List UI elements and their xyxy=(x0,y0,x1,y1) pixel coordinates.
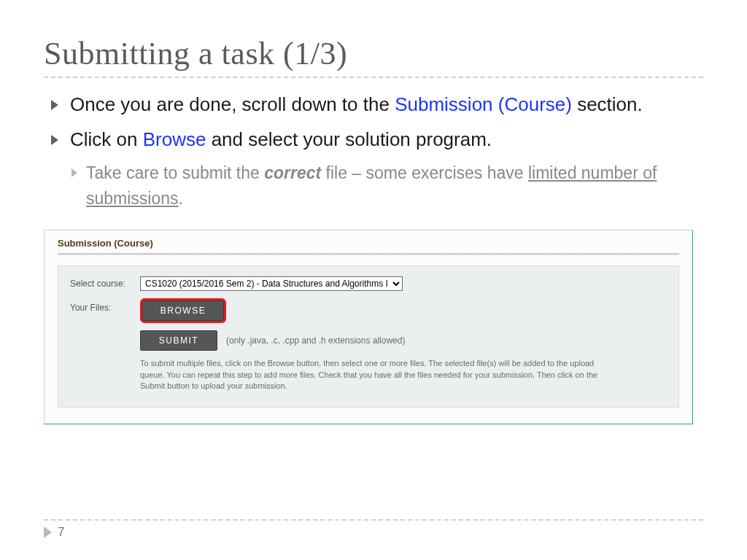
page-arrow-icon xyxy=(44,526,52,538)
submission-panel: Submission (Course) Select course: CS102… xyxy=(44,230,693,424)
bullet-item-1: Once you are done, scroll down to the Su… xyxy=(70,91,703,119)
bullet-2-text-pre: Click on xyxy=(70,128,143,150)
page-number: 7 xyxy=(58,525,64,540)
sub-text-post: . xyxy=(179,189,183,208)
browse-highlight-box: BROWSE xyxy=(140,298,226,323)
page-number-row: 7 xyxy=(44,525,703,540)
row-submit: SUBMIT (only .java, .c, .cpp and .h exte… xyxy=(140,330,667,351)
slide: Submitting a task (1/3) Once you are don… xyxy=(0,0,747,560)
help-text: To submit multiple files, click on the B… xyxy=(140,358,607,392)
course-select[interactable]: CS1020 (2015/2016 Sem 2) - Data Structur… xyxy=(140,276,403,291)
submit-button[interactable]: SUBMIT xyxy=(140,330,217,351)
footer-divider xyxy=(44,519,703,521)
label-select-course: Select course: xyxy=(70,279,140,289)
allowed-extensions-note: (only .java, .c, .cpp and .h extensions … xyxy=(226,335,405,346)
panel-body: Select course: CS1020 (2015/2016 Sem 2) … xyxy=(58,265,679,407)
slide-title: Submitting a task (1/3) xyxy=(44,35,703,72)
title-divider xyxy=(44,77,703,78)
submission-panel-inner: Submission (Course) Select course: CS102… xyxy=(44,230,692,423)
sub-bullet-item: Take care to submit the correct file – s… xyxy=(86,160,703,211)
sub-bullet-list: Take care to submit the correct file – s… xyxy=(70,160,703,211)
panel-heading: Submission (Course) xyxy=(58,238,679,249)
row-select-course: Select course: CS1020 (2015/2016 Sem 2) … xyxy=(70,276,667,291)
sub-text-emph: correct xyxy=(264,163,321,182)
sub-text-pre: Take care to submit the xyxy=(86,163,264,182)
row-your-files: Your Files: BROWSE xyxy=(70,298,667,323)
browse-button[interactable]: BROWSE xyxy=(142,300,224,321)
bullet-2-link: Browse xyxy=(143,128,206,150)
sub-text-mid: file – some exercises have xyxy=(321,163,528,182)
bullet-2-text-post: and select your solution program. xyxy=(206,128,492,150)
bullet-item-2: Click on Browse and select your solution… xyxy=(70,126,703,211)
bullet-1-text-post: section. xyxy=(572,93,643,115)
bullet-list: Once you are done, scroll down to the Su… xyxy=(44,91,703,211)
panel-divider xyxy=(58,253,679,255)
label-your-files: Your Files: xyxy=(70,298,140,313)
slide-footer: 7 xyxy=(44,519,703,540)
bullet-1-link: Submission (Course) xyxy=(395,93,572,115)
bullet-1-text-pre: Once you are done, scroll down to the xyxy=(70,93,395,115)
